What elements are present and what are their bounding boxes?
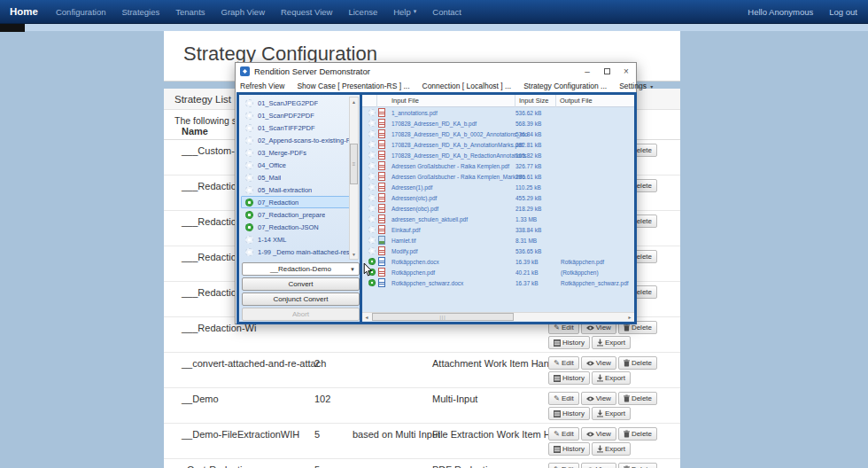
strategy-list-item[interactable]: 07_Redaction xyxy=(241,196,351,208)
strategy-list-item[interactable]: 03_Merge-PDFs xyxy=(241,146,351,159)
nav-item[interactable]: Tenants ▾ xyxy=(167,0,213,23)
export-button[interactable]: Export xyxy=(592,336,631,349)
nav-item-label: Graph View xyxy=(221,7,265,17)
file-row[interactable]: Rotkäppchen.pdf 40.21 kB (Rotkäppchen) xyxy=(362,267,634,277)
strategy-label: 07_Redaction-JSON xyxy=(258,223,319,231)
export-button[interactable]: Export xyxy=(592,407,631,420)
gear-icon xyxy=(368,120,376,127)
gear-icon xyxy=(245,248,253,256)
file-row[interactable]: 1_annotations.pdf 536.62 kB xyxy=(362,107,634,118)
file-row[interactable]: 170828_Adressen_RD_KA_b_AnnotationMarks.… xyxy=(362,139,634,150)
window-titlebar[interactable]: Rendition Server Demonstrator – × xyxy=(236,63,636,79)
nav-item[interactable]: Strategies ▾ xyxy=(113,0,167,23)
maximize-button[interactable] xyxy=(597,63,616,79)
menu-item[interactable]: Connection [ Localhost ] ... xyxy=(422,82,512,90)
nav-item[interactable]: License ▾ xyxy=(340,0,385,23)
scroll-up-icon[interactable]: ▲ xyxy=(350,98,358,106)
menu-item[interactable]: Refresh View xyxy=(240,82,284,90)
strategy-list-item[interactable]: 04_Office xyxy=(241,159,351,171)
horizontal-scrollbar[interactable]: ◄ ||| ► xyxy=(362,312,634,321)
file-row[interactable]: Adressen(obc).pdf 218.29 kB xyxy=(362,203,634,214)
conjunct-convert-button[interactable]: Conjunct Convert xyxy=(242,292,360,306)
file-row[interactable]: Hamlet.tif 8.31 MB xyxy=(362,235,634,246)
row-actions-secondary: History Export xyxy=(548,371,631,385)
scrollbar-thumb[interactable]: ≡ xyxy=(350,144,358,184)
nav-item[interactable]: Help ▾ xyxy=(385,0,424,23)
file-row[interactable]: Rotkäppchen.docx 16.39 kB Rotkäppchen.pd… xyxy=(362,256,634,267)
vertical-scrollbar[interactable]: ▲ ≡ ▼ xyxy=(349,97,359,260)
download-icon xyxy=(597,445,603,453)
nav-item-label: Help xyxy=(393,7,411,17)
strategy-label: 07_Redaction xyxy=(258,199,298,207)
list-icon xyxy=(554,375,561,382)
file-row[interactable]: Adressen Großalsbucher - Raika Kemplen.p… xyxy=(362,160,634,171)
pencil-icon: ✎ xyxy=(554,324,560,332)
file-row[interactable]: Adressen Großalsbucher - Raika Kemplen_M… xyxy=(362,171,634,182)
file-row[interactable]: Einkauf.pdf 338.84 kB xyxy=(362,224,634,235)
view-button[interactable]: View xyxy=(581,463,616,468)
nav-item[interactable]: Graph View ▾ xyxy=(213,0,273,23)
minimize-button[interactable]: – xyxy=(577,63,597,79)
scroll-down-icon[interactable]: ▼ xyxy=(350,250,358,259)
edit-button[interactable]: ✎Edit xyxy=(548,427,579,441)
strategy-list-item[interactable]: 05_Mail xyxy=(241,171,351,183)
nav-item-label: License xyxy=(348,7,377,17)
history-button[interactable]: History xyxy=(548,442,590,456)
history-button[interactable]: History xyxy=(548,336,590,349)
file-row[interactable]: 170828_Adressen_RD_KA_b_RedactionAnnotat… xyxy=(362,150,634,160)
file-name: Rotkäppchen.pdf xyxy=(391,269,515,276)
menu-item[interactable]: Strategy Configuration ... xyxy=(523,82,607,90)
file-name: 170828_Adressen_RD_KA_b_AnnotationMarks.… xyxy=(391,142,515,148)
delete-button[interactable]: Delete xyxy=(618,427,657,441)
strategy-list-item[interactable]: 01_ScanTIFF2PDF xyxy=(241,121,351,134)
scrollbar-thumb[interactable]: ||| xyxy=(372,313,514,321)
history-button[interactable]: History xyxy=(548,407,590,420)
scroll-right-icon[interactable]: ► xyxy=(625,313,634,321)
strategy-list-item[interactable]: 01_ScanPDF2PDF xyxy=(241,109,351,121)
nav-item[interactable]: Contact ▾ xyxy=(424,0,469,23)
file-size: 536.62 kB xyxy=(515,110,556,116)
export-button[interactable]: Export xyxy=(592,371,631,385)
view-button[interactable]: View xyxy=(581,392,616,405)
edit-button[interactable]: ✎Edit xyxy=(548,392,579,405)
edit-button[interactable]: ✎Edit xyxy=(548,463,579,468)
convert-button[interactable]: Convert xyxy=(242,277,360,291)
file-row[interactable]: 170828_Adressen_RD_KA_b.pdf 568.39 kB xyxy=(362,118,634,129)
nav-item[interactable]: Home ▾ xyxy=(0,0,48,23)
file-row[interactable]: Adressen(otc).pdf 455.29 kB xyxy=(362,192,634,203)
close-button[interactable]: × xyxy=(616,63,636,79)
file-row[interactable]: Adressen(1).pdf 110.25 kB xyxy=(362,182,634,192)
gear-icon xyxy=(368,162,376,169)
history-button[interactable]: History xyxy=(548,371,590,385)
chevron-down-icon: ▾ xyxy=(650,84,653,90)
strategy-list-item[interactable]: 07_Redaction-JSON xyxy=(241,221,351,233)
file-row[interactable]: adressen_schulen_aktuell.pdf 1.33 MB xyxy=(362,214,634,224)
logout-link[interactable]: Log out xyxy=(829,7,857,17)
file-row[interactable]: Rotkäppchen_schwarz.docx 16.37 kB Rotkäp… xyxy=(362,277,634,288)
strategy-list-item[interactable]: 07_Redaction_prepare xyxy=(241,208,351,221)
export-button[interactable]: Export xyxy=(592,442,631,456)
file-size: 286.61 kB xyxy=(515,174,556,180)
edit-button[interactable]: ✎Edit xyxy=(548,356,579,370)
menu-item[interactable]: Settings ▾ xyxy=(619,82,653,90)
strategy-name: __convert-attached-and-re-attach xyxy=(182,358,326,369)
file-row[interactable]: Modify.pdf 536.65 kB xyxy=(362,246,634,256)
strategy-list-item[interactable]: 1-99 _Demo main-attached-resiscan xyxy=(241,246,351,258)
nav-item[interactable]: Request View ▾ xyxy=(273,0,340,23)
strategy-dropdown[interactable]: __Redaction-Demo ▼ xyxy=(242,262,360,276)
strategy-list-item[interactable]: 01_ScanJPEG2PDF xyxy=(241,97,351,109)
delete-button[interactable]: Delete xyxy=(618,392,657,405)
strategy-list-item[interactable]: 02_Append-scans-to-existing-PDF xyxy=(241,134,351,146)
strategy-list-item[interactable]: 05_Mail-extraction xyxy=(241,183,351,196)
pencil-icon: ✎ xyxy=(554,360,560,367)
view-button[interactable]: View xyxy=(581,356,616,370)
abort-button[interactable]: Abort xyxy=(242,308,360,321)
delete-button[interactable]: Delete xyxy=(618,463,657,468)
menu-item[interactable]: Show Case [ Presentation-RS ] ... xyxy=(297,82,409,90)
scroll-left-icon[interactable]: ◄ xyxy=(362,313,371,321)
file-row[interactable]: 170828_Adressen_RD_KA_b_0002_Annotations… xyxy=(362,129,634,139)
view-button[interactable]: View xyxy=(581,427,616,441)
strategy-list-item[interactable]: 1-14 XML xyxy=(241,233,351,246)
delete-button[interactable]: Delete xyxy=(618,356,657,370)
nav-item[interactable]: Configuration ▾ xyxy=(48,0,114,23)
